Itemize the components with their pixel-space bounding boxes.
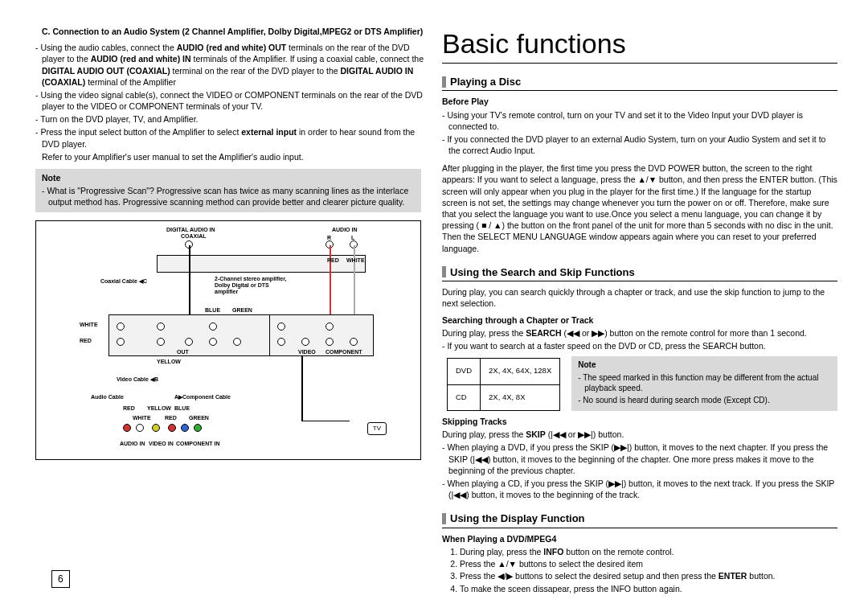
search-bold: SEARCH: [526, 328, 561, 338]
skip-bold: SKIP: [526, 429, 546, 439]
dg-video: VIDEO: [298, 348, 316, 355]
enter-bold: ENTER: [719, 571, 747, 581]
audio-in-bold: AUDIO (red and white) IN: [91, 54, 191, 64]
external-input-para: - Press the input select button of the A…: [31, 126, 426, 149]
dg-tv-line-h: [301, 421, 350, 421]
speed-note: Note - The speed marked in this function…: [571, 356, 837, 411]
heading-text: Playing a Disc: [450, 75, 521, 89]
heading-text: Using the Search and Skip Functions: [450, 265, 635, 280]
dg-audio-cable: Audio Cable: [91, 393, 124, 400]
display-function-heading: Using the Display Function: [442, 511, 837, 528]
table-row: DVD 2X, 4X, 64X, 128X: [448, 359, 560, 385]
playing-disc-heading: Playing a Disc: [442, 75, 837, 92]
txt: Component Cable: [182, 394, 231, 400]
dg-amp-desc: 2-Channel stereo amplifier, Dolby Digita…: [215, 276, 287, 294]
search-body2: - If you want to search at a faster spee…: [442, 340, 837, 351]
heading-bar-icon: [442, 513, 446, 524]
dg-plug: [136, 424, 144, 432]
dg-green-lbl: GREEN: [232, 306, 252, 314]
dg-red-b2: RED: [165, 414, 177, 421]
step-1: During play, press the INFO button on th…: [460, 546, 837, 557]
txt: terminal of the Amplifier: [85, 77, 176, 87]
speed-note-2: - No sound is heard during search mode (…: [578, 395, 831, 406]
section-c-heading: C. Connection to an Audio System (2 Chan…: [31, 26, 426, 37]
right-column: Basic functions Playing a Disc Before Pl…: [434, 26, 845, 596]
display-steps: During play, press the INFO button on th…: [442, 546, 837, 594]
txt: Press the ◀/▶ buttons to select the desi…: [460, 571, 719, 581]
dg-video-cable: Video Cable ◀B: [117, 376, 158, 383]
dg-plug: [123, 424, 131, 432]
skipping-sub: Skipping Tracks: [442, 416, 837, 427]
cell-cd-speeds: 2X, 4X, 8X: [481, 384, 560, 411]
skip1: - When playing a DVD, if you press the S…: [442, 442, 837, 476]
txt: During play, press the: [442, 328, 526, 338]
heading-bar-icon: [442, 76, 446, 88]
dg-audio-in-lbl: AUDIO IN: [120, 440, 145, 447]
ext-input-bold: external input: [241, 127, 297, 137]
txt: button on the remote control.: [563, 547, 674, 557]
txt: A: [174, 394, 178, 400]
cell-dvd-speeds: 2X, 4X, 64X, 128X: [481, 359, 560, 385]
dg-component-cable: A▶Component Cable: [174, 393, 231, 400]
dg-red-lbl: RED: [80, 337, 92, 344]
dg-out: OUT: [177, 348, 189, 355]
table-row: CD 2X, 4X, 8X: [448, 384, 560, 411]
txt: (|◀◀ or ▶▶|) button.: [546, 429, 624, 439]
bp2: - If you connected the DVD player to an …: [442, 133, 837, 156]
txt: terminals of the Amplifier. If using a c…: [191, 54, 424, 64]
sec2-intro: During play, you can search quickly thro…: [442, 286, 837, 309]
txt: C: [143, 278, 147, 284]
dg-tv-label: TV: [367, 422, 387, 436]
dg-yellow-lbl: YELLOW: [157, 358, 181, 365]
dg-white-lbl2: WHITE: [346, 257, 365, 264]
dg-coax-cable: Coaxial Cable ◀C: [100, 277, 147, 285]
cell-cd: CD: [448, 384, 481, 411]
txt: B: [154, 376, 158, 382]
skip-press: During play, press the SKIP (|◀◀ or ▶▶|)…: [442, 429, 837, 440]
before-play-sub: Before Play: [442, 96, 837, 107]
txt: button.: [747, 571, 775, 581]
when-playing-sub: When Playing a DVD/MPEG4: [442, 533, 837, 544]
dg-component: COMPONENT: [326, 348, 362, 355]
dg-plug: [168, 424, 176, 432]
dg-tv-line: [301, 356, 303, 421]
page-number: 6: [51, 570, 70, 588]
speed-note-1: - The speed marked in this function may …: [578, 372, 831, 394]
search-body: During play, press the SEARCH (◀◀ or ▶▶)…: [442, 327, 837, 339]
dg-video-in-lbl: VIDEO IN: [149, 440, 174, 447]
connection-diagram: DIGITAL AUDIO IN COAXIAL AUDIO IN R L 2-…: [35, 220, 421, 460]
txt: (◀◀ or ▶▶) button on the remote control …: [562, 328, 807, 338]
speed-table: DVD 2X, 4X, 64X, 128X CD 2X, 4X, 8X: [447, 358, 560, 411]
heading-bar-icon: [442, 266, 446, 277]
dg-blue-b: BLUE: [174, 405, 190, 412]
bp1: - Using your TV's remote control, turn o…: [442, 109, 837, 132]
step-4: To make the sceen dissapear, press the I…: [460, 583, 837, 594]
dg-plug: [194, 424, 202, 432]
step-2: Press the ▲/▼ buttons to select the desi…: [460, 558, 837, 569]
bp-para: After plugging in the player, the first …: [442, 162, 837, 253]
txt: Video Cable: [117, 376, 149, 382]
connect-audio-para: - Using the audio cables, connect the AU…: [31, 42, 426, 88]
turn-on-para: - Turn on the DVD player, TV, and Amplif…: [31, 113, 426, 125]
connect-video-para: - Using the video signal cable(s), conne…: [31, 89, 426, 112]
audio-out-bold: AUDIO (red and white) OUT: [177, 43, 287, 52]
skip2: - When playing a CD, if you press the SK…: [442, 478, 837, 500]
dg-yellow-b: YELLOW: [147, 405, 171, 412]
speed-row: DVD 2X, 4X, 64X, 128X CD 2X, 4X, 8X Note…: [442, 356, 837, 411]
note-title: Note: [578, 359, 831, 371]
dg-audio-in: AUDIO IN: [332, 226, 358, 233]
step-3: Press the ◀/▶ buttons to select the desi…: [460, 570, 837, 581]
dg-red-lbl2: RED: [327, 257, 339, 264]
dg-component-in-lbl: COMPONENT IN: [176, 440, 219, 447]
basic-functions-title: Basic functions: [442, 26, 837, 64]
dg-blue-lbl: BLUE: [205, 306, 220, 314]
progressive-scan-note: Note - What is "Progressive Scan"? Progr…: [35, 169, 421, 213]
txt: - Using the audio cables, connect the: [35, 43, 177, 52]
search-skip-heading: Using the Search and Skip Functions: [442, 265, 837, 282]
dig-out-bold: DIGITAL AUDIO OUT (COAXIAL): [42, 66, 170, 76]
note-body: - What is "Progressive Scan"? Progressiv…: [42, 185, 415, 207]
left-column: C. Connection to an Audio System (2 Chan…: [23, 26, 434, 596]
dg-white-b: WHITE: [133, 414, 151, 421]
refer-amp-para: Refer to your Amplifier's user manual to…: [31, 151, 426, 162]
dg-green-b: GREEN: [189, 414, 209, 421]
